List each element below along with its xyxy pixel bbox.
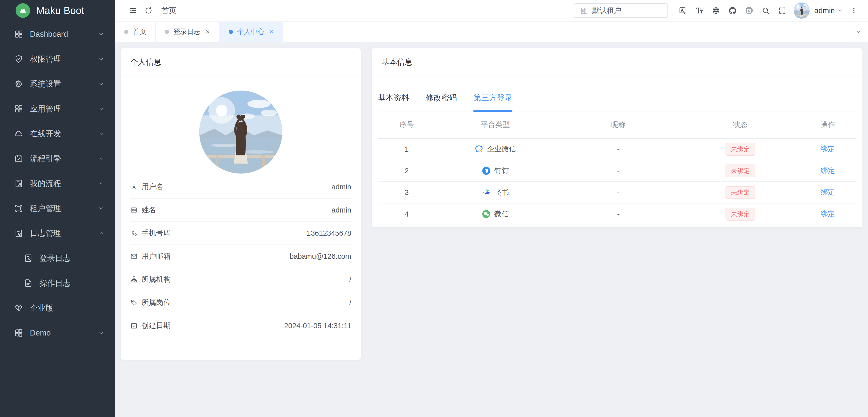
field-label: 用户邮箱 xyxy=(142,251,170,261)
profile-fields: 用户名admin姓名admin手机号码13612345678用户邮箱babamu… xyxy=(121,176,361,337)
bind-action-link[interactable]: 绑定 xyxy=(820,145,835,153)
tab-个人中心[interactable]: 个人中心× xyxy=(220,22,283,42)
font-size-icon[interactable] xyxy=(691,2,708,19)
sidebar-item-demo[interactable]: Demo xyxy=(0,321,115,345)
collapse-sidebar-button[interactable] xyxy=(125,3,141,18)
tab-list-dropdown[interactable] xyxy=(848,22,868,42)
shield-check-icon xyxy=(14,54,23,64)
sidebar-item-label: 我的流程 xyxy=(30,178,98,189)
status-badge: 未绑定 xyxy=(725,143,755,156)
info-tab-修改密码[interactable]: 修改密码 xyxy=(426,93,457,112)
tab-首页[interactable]: 首页 xyxy=(115,22,156,42)
topbar: 首页 默认租户 xyxy=(115,0,868,21)
fullscreen-icon[interactable] xyxy=(774,2,790,19)
cell-platform: 飞书 xyxy=(435,187,555,198)
table-header-平台类型: 平台类型 xyxy=(435,112,555,138)
profile-field-row: 用户名admin xyxy=(130,176,351,199)
gitee-icon[interactable] xyxy=(741,2,757,19)
doc-user-icon xyxy=(14,179,23,188)
user-menu[interactable]: admin xyxy=(814,6,835,15)
sidebar-subitem-登录日志[interactable]: 登录日志 xyxy=(0,246,115,271)
close-icon[interactable]: × xyxy=(269,28,274,36)
tab-label: 个人中心 xyxy=(237,27,265,36)
bind-action-link[interactable]: 绑定 xyxy=(820,188,835,196)
profile-field-row: 手机号码13612345678 xyxy=(130,222,351,245)
chevron-up-icon xyxy=(98,230,104,237)
chevron-down-icon xyxy=(98,81,104,87)
main-column: 首页 默认租户 xyxy=(115,0,868,417)
sidebar: Maku Boot Dashboard权限管理系统设置应用管理在线开发流程引擎我… xyxy=(0,0,115,417)
bind-action-link[interactable]: 绑定 xyxy=(820,210,835,218)
profile-field-row: 创建日期2024-01-05 14:31:11 xyxy=(130,315,351,337)
sidebar-item-租户管理[interactable]: 租户管理 xyxy=(0,196,115,221)
status-badge: 未绑定 xyxy=(725,186,755,199)
sidebar-item-系统设置[interactable]: 系统设置 xyxy=(0,71,115,96)
sidebar-subitem-操作日志[interactable]: 操作日志 xyxy=(0,271,115,296)
demo-grid-icon xyxy=(14,328,23,337)
user-avatar[interactable] xyxy=(794,2,810,19)
chevron-down-icon xyxy=(98,31,104,37)
app-logo: Maku Boot xyxy=(0,0,115,21)
info-tab-第三方登录[interactable]: 第三方登录 xyxy=(473,93,513,112)
refresh-icon[interactable] xyxy=(141,3,156,18)
calendar-icon xyxy=(130,322,138,329)
table-header-状态: 状态 xyxy=(682,112,799,138)
kebab-menu-icon[interactable] xyxy=(847,3,861,18)
sidebar-item-流程引擎[interactable]: 流程引擎 xyxy=(0,146,115,171)
tab-登录日志[interactable]: 登录日志× xyxy=(156,22,220,42)
sidebar-item-dashboard[interactable]: Dashboard xyxy=(0,22,115,47)
sidebar-item-label: 操作日志 xyxy=(39,278,104,289)
table-header-操作: 操作 xyxy=(799,112,857,138)
profile-field-row: 所属岗位/ xyxy=(130,291,351,315)
platform-label: 飞书 xyxy=(494,187,509,198)
sidebar-item-应用管理[interactable]: 应用管理 xyxy=(0,96,115,121)
cell-index: 2 xyxy=(378,160,435,182)
grid-icon xyxy=(14,29,23,39)
cell-nickname: - xyxy=(555,203,682,225)
cell-nickname: - xyxy=(555,182,682,203)
language-globe-icon[interactable] xyxy=(708,2,724,19)
field-value: / xyxy=(349,299,351,307)
sidebar-item-我的流程[interactable]: 我的流程 xyxy=(0,171,115,196)
tab-dot xyxy=(165,30,169,34)
field-value: / xyxy=(349,275,351,284)
search-icon[interactable] xyxy=(757,2,774,19)
table-header-昵称: 昵称 xyxy=(555,112,682,138)
sidebar-item-label: 租户管理 xyxy=(30,203,98,214)
sidebar-item-label: 权限管理 xyxy=(30,54,98,64)
translate-icon[interactable] xyxy=(675,2,691,19)
chevron-down-icon xyxy=(98,106,104,112)
sidebar-item-label: 应用管理 xyxy=(30,103,98,114)
calendar-check-icon xyxy=(14,154,23,163)
open-tabs: 首页登录日志×个人中心× xyxy=(115,22,283,42)
cell-index: 1 xyxy=(378,138,435,160)
sidebar-item-label: 流程引擎 xyxy=(30,153,98,164)
wechat-icon xyxy=(482,209,491,219)
table-row: 1企业微信-未绑定绑定 xyxy=(378,138,857,160)
sidebar-item-权限管理[interactable]: 权限管理 xyxy=(0,47,115,71)
third-party-table-wrap: 序号平台类型昵称状态操作 1企业微信-未绑定绑定2钉钉-未绑定绑定3飞书-未绑定… xyxy=(378,112,857,225)
profile-avatar[interactable] xyxy=(199,91,282,174)
feishu-icon xyxy=(482,188,491,197)
tenant-select[interactable]: 默认租户 xyxy=(574,3,668,18)
profile-field-row: 所属机构/ xyxy=(130,268,351,291)
cell-nickname: - xyxy=(555,160,682,182)
profile-card-title: 个人信息 xyxy=(121,48,361,77)
dingtalk-icon xyxy=(482,166,491,176)
field-value: babamu@126.com xyxy=(290,252,351,261)
sidebar-item-label: Dashboard xyxy=(30,30,98,39)
chevron-down-icon xyxy=(98,205,104,212)
chevron-down-icon[interactable] xyxy=(837,7,843,14)
info-tab-基本资料[interactable]: 基本资料 xyxy=(378,93,409,112)
close-icon[interactable]: × xyxy=(205,28,210,36)
phone-icon xyxy=(130,229,138,237)
github-icon[interactable] xyxy=(724,2,741,19)
field-value: admin xyxy=(332,206,351,214)
apps-icon xyxy=(14,104,23,113)
field-label: 用户名 xyxy=(142,182,163,192)
sidebar-item-在线开发[interactable]: 在线开发 xyxy=(0,121,115,146)
sidebar-item-企业版[interactable]: 企业版 xyxy=(0,296,115,321)
sidebar-item-日志管理[interactable]: 日志管理 xyxy=(0,221,115,246)
sidebar-item-label: 在线开发 xyxy=(30,128,98,139)
bind-action-link[interactable]: 绑定 xyxy=(820,167,835,175)
